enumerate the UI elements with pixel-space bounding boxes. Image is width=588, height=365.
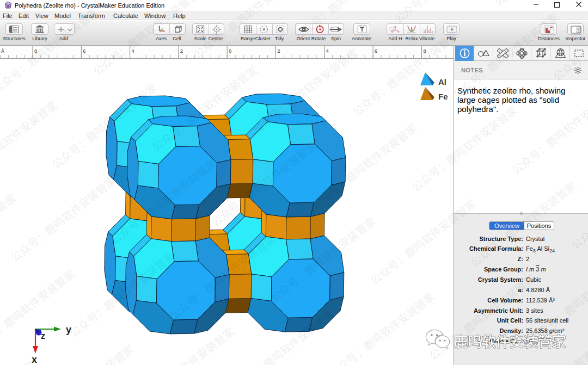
svg-text:y: y [66, 324, 71, 335]
svg-text:8: 8 [423, 48, 426, 54]
svg-text:4: 4 [132, 48, 134, 54]
svg-text:Å: Å [1, 48, 4, 54]
svg-text:4: 4 [326, 48, 329, 54]
svg-text:0: 0 [229, 48, 231, 54]
svg-text:8: 8 [34, 48, 37, 54]
svg-text:z: z [41, 331, 45, 341]
svg-text:2: 2 [278, 48, 280, 54]
svg-text:6: 6 [83, 48, 85, 54]
svg-text:Fe: Fe [438, 92, 448, 101]
svg-text:Al: Al [438, 77, 446, 86]
svg-text:2: 2 [180, 48, 183, 54]
svg-text:6: 6 [375, 48, 377, 54]
svg-text:x: x [32, 354, 37, 365]
